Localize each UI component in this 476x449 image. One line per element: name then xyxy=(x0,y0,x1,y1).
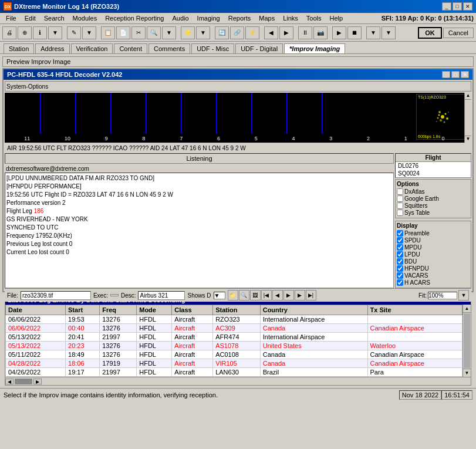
menu-modules[interactable]: Modules xyxy=(69,14,101,22)
nav-btn-img[interactable]: 🖼 xyxy=(250,290,261,301)
tab-comments[interactable]: Comments xyxy=(148,43,190,53)
table-row[interactable]: 05/13/2022 20:41 21997 HFDL Aircraft AFR… xyxy=(6,333,463,342)
desc-label: Desc: xyxy=(121,292,136,299)
table-row[interactable]: 05/11/2022 18:49 13276 HFDL Aircraft AC0… xyxy=(6,350,463,359)
log-hscrollbar[interactable]: ◀ ▶ xyxy=(5,377,471,385)
tb-btn-24[interactable]: ▼ xyxy=(382,26,396,39)
nav-btn-first[interactable]: |◀ xyxy=(261,290,272,301)
tb-btn-1[interactable]: 🖨 xyxy=(2,26,16,39)
lpdu-checkbox[interactable] xyxy=(397,251,403,258)
tb-btn-16[interactable]: ⚡ xyxy=(245,26,259,39)
menu-imaging[interactable]: Imaging xyxy=(194,14,224,22)
dxatlas-checkbox[interactable] xyxy=(397,188,403,195)
tb-btn-14[interactable]: 🔄 xyxy=(215,26,229,39)
tab-station[interactable]: Station xyxy=(4,43,34,53)
tb-btn-23[interactable]: ▼ xyxy=(366,26,380,39)
cell-txsite: Waterloo xyxy=(367,342,462,350)
vacars-checkbox[interactable] xyxy=(397,272,403,279)
menu-help[interactable]: Help xyxy=(326,14,347,22)
menu-links[interactable]: Links xyxy=(279,14,302,22)
tab-udf-digital[interactable]: UDF - Digital xyxy=(235,43,283,53)
bdu-checkbox[interactable] xyxy=(397,258,403,265)
tb-btn-12[interactable]: ⭐ xyxy=(181,26,195,39)
tab-udf-misc[interactable]: UDF - Misc xyxy=(191,43,234,53)
squitters-checkbox[interactable] xyxy=(397,202,403,209)
ok-button[interactable]: OK xyxy=(418,27,442,39)
menu-tools[interactable]: Tools xyxy=(303,14,325,22)
fit-input[interactable] xyxy=(428,292,457,299)
spectrum-display: TS(11)RZO323 600bps 1.8s ▲ ▼ 11109876543… xyxy=(5,93,471,143)
menu-reception[interactable]: Reception Reporting xyxy=(102,14,167,22)
log-vscrollbar[interactable]: ▲ ▼ xyxy=(463,305,471,377)
tab-improv-imaging[interactable]: *Improv Imaging xyxy=(284,43,345,53)
tb-btn-20[interactable]: 📷 xyxy=(313,26,328,39)
menu-maps[interactable]: Maps xyxy=(255,14,278,22)
nav-btn-next[interactable]: ▶ xyxy=(295,290,305,301)
hacars-checkbox[interactable] xyxy=(397,279,403,286)
cell-station: AC309 xyxy=(213,324,261,333)
tb-btn-11[interactable]: ▼ xyxy=(162,26,176,39)
cell-freq: 13276 xyxy=(100,342,137,350)
tb-btn-19[interactable]: ⏸ xyxy=(298,26,312,39)
tb-btn-4[interactable]: ▼ xyxy=(48,26,62,39)
flight-item-g40659[interactable]: G40659 xyxy=(396,177,471,178)
tb-btn-9[interactable]: ✂ xyxy=(131,26,146,39)
tb-btn-3[interactable]: ℹ xyxy=(33,26,47,39)
nav-btn-search[interactable]: 🔍 xyxy=(239,290,249,301)
menu-edit[interactable]: Edit xyxy=(21,14,39,22)
nav-btn-folder[interactable]: 📁 xyxy=(228,290,238,301)
menu-reports[interactable]: Reports xyxy=(225,14,255,22)
decoder-minimize[interactable]: _ xyxy=(442,71,450,78)
cell-start: 18:49 xyxy=(66,350,100,359)
tb-btn-18[interactable]: ▶ xyxy=(279,26,293,39)
cell-mode: HFDL xyxy=(137,324,172,333)
tb-btn-15[interactable]: 🔗 xyxy=(230,26,244,39)
tb-btn-5[interactable]: ✎ xyxy=(67,26,81,39)
maximize-button[interactable]: □ xyxy=(453,2,462,11)
tb-btn-8[interactable]: 📄 xyxy=(116,26,130,39)
spdu-checkbox[interactable] xyxy=(397,237,403,244)
tb-btn-21[interactable]: ▶ xyxy=(332,26,346,39)
desc-input[interactable] xyxy=(138,291,185,300)
tab-content[interactable]: Content xyxy=(114,43,147,53)
google-earth-checkbox[interactable] xyxy=(397,195,403,202)
file-input[interactable] xyxy=(21,291,91,300)
tb-btn-7[interactable]: 📋 xyxy=(101,26,115,39)
cancel-button[interactable]: Cancel xyxy=(443,28,474,38)
preamble-checkbox[interactable] xyxy=(397,230,403,237)
fit-dropdown[interactable]: ▼ xyxy=(458,290,469,301)
shows-dropdown[interactable] xyxy=(214,292,225,299)
svg-point-2 xyxy=(446,117,448,120)
tb-btn-17[interactable]: ◀ xyxy=(264,26,278,39)
table-row[interactable]: 06/06/2022 19:53 13276 HFDL Aircraft RZO… xyxy=(6,315,463,324)
minimize-button[interactable]: _ xyxy=(442,2,451,11)
tb-btn-2[interactable]: ⊕ xyxy=(18,26,32,39)
decoder-close[interactable]: ✕ xyxy=(461,71,469,78)
hfnpdu-checkbox[interactable] xyxy=(397,265,403,272)
table-row[interactable]: 05/13/2022 20:23 13276 HFDL Aircraft AS1… xyxy=(6,342,463,350)
nav-btn-last[interactable]: ▶| xyxy=(306,290,316,301)
spectrum-scrollbar[interactable]: ▲ ▼ xyxy=(464,93,471,143)
tab-verification[interactable]: Verification xyxy=(71,43,113,53)
sys-table-checkbox[interactable] xyxy=(397,210,403,216)
mpdu-checkbox[interactable] xyxy=(397,244,403,251)
tb-btn-22[interactable]: ⏹ xyxy=(347,26,362,39)
table-row[interactable]: 04/26/2022 19:17 21997 HFDL Aircraft LAN… xyxy=(6,368,463,377)
table-row[interactable]: 04/28/2022 18:06 17919 HFDL Aircraft VIR… xyxy=(6,359,463,368)
tb-btn-13[interactable]: ▼ xyxy=(196,26,210,39)
menu-audio[interactable]: Audio xyxy=(168,14,192,22)
spectrum-ts-label: TS(11)RZO323 xyxy=(418,95,446,99)
menu-file[interactable]: File xyxy=(2,14,20,22)
tab-address[interactable]: Address xyxy=(35,43,69,53)
close-button[interactable]: ✕ xyxy=(463,2,472,11)
table-row[interactable]: 06/06/2022 00:40 13276 HFDL Aircraft AC3… xyxy=(6,324,463,333)
flight-item-dl0276[interactable]: DL0276 xyxy=(396,162,471,170)
nav-btn-play[interactable]: ▶ xyxy=(283,290,294,301)
nav-btn-prev[interactable]: ◀ xyxy=(272,290,283,301)
decoder-maximize[interactable]: □ xyxy=(451,71,460,78)
tb-btn-6[interactable]: ▼ xyxy=(82,26,96,39)
menu-search[interactable]: Search xyxy=(40,14,68,22)
tb-btn-10[interactable]: 🔍 xyxy=(147,26,161,39)
exec-button[interactable] xyxy=(110,294,119,296)
flight-item-sq0024[interactable]: SQ0024 xyxy=(396,170,471,177)
